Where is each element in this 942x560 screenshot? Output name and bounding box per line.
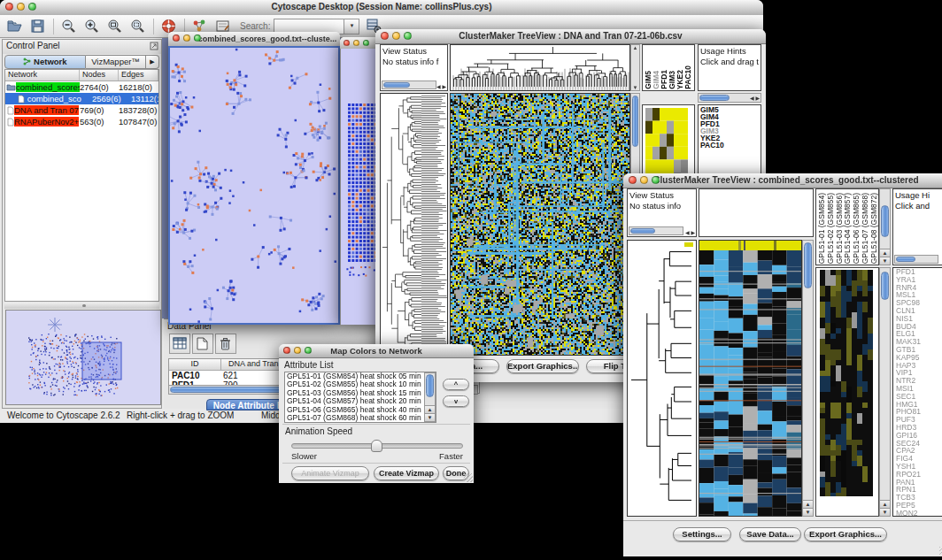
zoom-window-button[interactable] [652,176,660,184]
view-status-hscrollbar[interactable] [382,81,436,89]
view-status-hscrollbar[interactable] [629,226,683,235]
network-overview-panel[interactable] [5,310,161,405]
combined-heatmap-vscrollbar[interactable]: ▲▼ [802,240,814,517]
control-panel-title: Control Panel [6,41,60,50]
settings-button[interactable]: Settings... [673,527,731,541]
combined-zoom-panel[interactable] [815,267,879,517]
treeview-combined-title: ClusterMaker TreeView : combined_scores_… [623,173,942,188]
toolbar-separator [153,19,154,35]
close-button[interactable] [344,40,350,46]
gene-list-vscrollbar[interactable]: ▲▼ [879,267,891,517]
document-icon [7,118,14,127]
dna-column-dendrogram[interactable] [450,44,630,91]
zoom-selected-icon[interactable] [129,18,146,35]
document-icon [18,95,25,104]
map-colors-titlebar[interactable]: Map Colors to Network [279,344,474,358]
network-view-window: combined_scores_good.txt--cluste... [168,32,340,325]
dna-zoom-hscrollbar[interactable]: ◀ ▶ [698,93,761,103]
close-button[interactable] [629,176,637,184]
minimize-button[interactable] [392,32,400,40]
attribute-table-button[interactable] [169,334,190,354]
col-nodes[interactable]: Nodes [80,70,119,81]
network-overview-canvas[interactable] [6,311,158,403]
zoom-window-button[interactable] [28,3,36,11]
minimize-button[interactable] [294,347,301,354]
network-row[interactable]: DNA and Tran 07 769(0) 183728(0) [5,104,158,116]
zoom-out-icon[interactable] [60,18,77,35]
dna-row-dendrogram[interactable] [380,93,448,356]
zoom-window-button[interactable] [363,40,369,46]
combined-zoom-matrix[interactable] [820,270,873,496]
treeview-combined-titlebar[interactable]: ClusterMaker TreeView : combined_scores_… [623,173,942,188]
treeview-button-bar: Settings... Save Data... Export Graphics… [623,520,942,556]
scroll-arrows[interactable]: ◀ ▶ [436,83,446,89]
combined-heatmap[interactable] [699,240,802,517]
network-viewport[interactable] [168,46,340,325]
network-row[interactable]: RNAPuberNov2+ 563(0) 107847(0) [5,116,158,127]
create-vizmap-button[interactable]: Create Vizmap [374,466,439,480]
close-button[interactable] [381,32,389,40]
minimize-button[interactable] [183,35,190,42]
panel-splitter[interactable] [4,303,159,309]
scroll-arrows[interactable]: ◀ ▶ [685,229,695,235]
desktop: Cytoscape Desktop (Session Name: collins… [0,0,942,560]
move-down-button[interactable]: v [443,395,469,407]
dna-export-graphics-button[interactable]: Export Graphics... [506,359,579,373]
save-data-button[interactable]: Save Data... [739,527,801,541]
tab-overflow-button[interactable]: ▶ [146,55,159,69]
zoom-fit-icon[interactable] [106,18,123,35]
usage-hints-title: Usage Hints [699,45,761,56]
combined-row-dendrogram[interactable] [627,240,697,517]
zoom-window-button[interactable] [194,35,201,42]
close-button[interactable] [5,3,13,11]
move-up-button[interactable]: ^ [443,379,469,390]
usage-hints-title: Usage Hi [893,189,942,200]
zoom-window-button[interactable] [305,347,312,354]
new-attribute-button[interactable] [192,334,213,354]
resize-grip[interactable] [464,473,473,482]
attribute-list-vscrollbar[interactable]: ▲▼ [424,372,436,422]
combined-column-dendrogram[interactable] [699,188,814,237]
main-window-title: Cytoscape Desktop (Session Name: collins… [0,0,763,14]
delete-attribute-button[interactable] [215,334,236,354]
save-session-icon[interactable] [29,18,46,35]
export-graphics-button[interactable]: Export Graphics... [804,527,887,541]
zoom-in-icon[interactable] [83,18,100,35]
control-panel-tabs: Network VizMapper™ ▶ [4,55,159,69]
toolbar-separator [53,19,54,35]
minimize-button[interactable] [17,3,25,11]
gene-label[interactable]: MON2 [893,510,942,517]
status-zoom-hint: Right-click + drag to ZOOM [127,410,234,420]
column-labels-vscrollbar[interactable]: ▲▼ [879,188,891,265]
col-edges[interactable]: Edges [119,70,158,81]
float-panel-icon[interactable] [150,42,158,50]
minimize-button[interactable] [353,40,359,46]
zoom-window-button[interactable] [404,32,412,40]
search-dropdown-button[interactable]: ▼ [344,19,359,35]
attribute-item[interactable]: GPL51-07 (GSM868) heat shock 60 min [285,414,436,422]
network-view-titlebar[interactable]: combined_scores_good.txt--cluste... [168,32,340,47]
slider-thumb[interactable] [371,440,382,452]
usage-hints-hscrollbar[interactable] [894,255,938,264]
animation-speed-slider[interactable] [291,443,463,449]
view-status-text: No status info f [381,56,447,66]
treeview-dna-titlebar[interactable]: ClusterMaker TreeView : DNA and Tran 07-… [375,29,766,44]
network-row-selected[interactable]: combined_sco 2569(6) 13112(15) [5,93,158,104]
close-button[interactable] [173,35,180,42]
network-canvas[interactable] [170,48,338,323]
id-column-header[interactable]: ID [169,359,221,370]
view-status-title: View Status [628,189,696,200]
col-network[interactable]: Network [5,70,80,81]
dna-column-labels-panel: GIM5 GIM4 PFD1 GIM3 YKE2 PAC10 [642,44,695,91]
main-titlebar[interactable]: Cytoscape Desktop (Session Name: collins… [0,0,763,16]
tab-network[interactable]: Network [4,55,86,69]
combined-column-labels: GPL51-01 (GSM854)GPL51-02 (GSM855)GPL51-… [818,190,879,264]
tab-vizmapper[interactable]: VizMapper™ [86,55,146,69]
open-session-icon[interactable] [6,18,23,35]
attribute-items: GPL51-01 (GSM854) heat shock 05 minGPL51… [285,372,436,422]
network-row[interactable]: combined_scores 2764(0) 16218(0) [5,81,158,93]
close-button[interactable] [283,347,290,354]
minimize-button[interactable] [640,176,648,184]
dna-heatmap[interactable] [450,93,630,356]
dendrogram-scroll-strip[interactable]: ▲ ▼ [630,44,640,91]
